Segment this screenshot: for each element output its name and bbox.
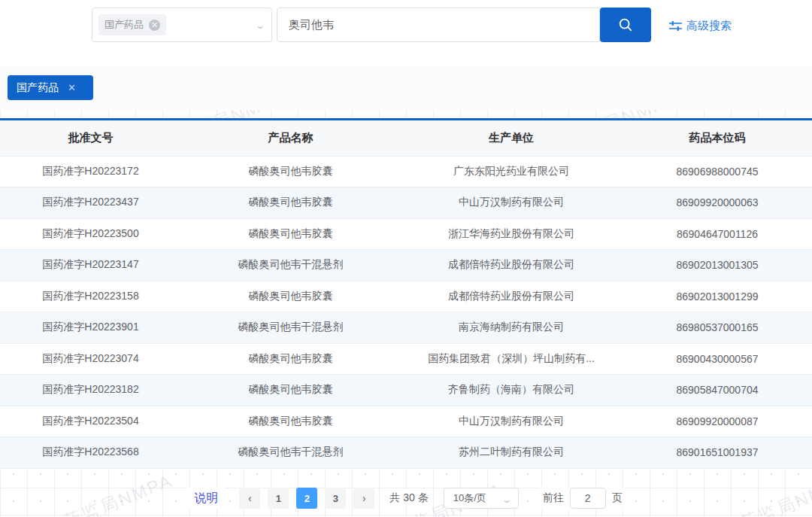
table-cell: 中山万汉制药有限公司: [400, 406, 623, 437]
table-cell: 南京海纳制药有限公司: [400, 312, 623, 344]
table-cell: 磷酸奥司他韦干混悬剂: [181, 312, 400, 344]
table-cell: 国药准字H20223500: [0, 218, 181, 250]
search-input[interactable]: [277, 8, 600, 42]
table-cell: 齐鲁制药（海南）有限公司: [400, 375, 623, 406]
table-cell: 86904647001126: [623, 218, 812, 250]
results-table: 批准文号 产品名称 生产单位 药品本位码 国药准字H20223172磷酸奥司他韦…: [0, 120, 812, 469]
table-cell: 磷酸奥司他韦干混悬剂: [181, 437, 400, 469]
table-row[interactable]: 国药准字H20223074磷酸奥司他韦胶囊国药集团致君（深圳）坪山制药有...8…: [0, 343, 812, 375]
table-cell: 86900430000567: [623, 343, 812, 375]
table-header-row: 批准文号 产品名称 生产单位 药品本位码: [0, 120, 812, 156]
filter-sliders-icon: [669, 20, 682, 32]
table-cell: 国药准字H20223158: [0, 281, 181, 312]
table-row[interactable]: 国药准字H20223568磷酸奥司他韦干混悬剂苏州二叶制药有限公司8690165…: [0, 437, 812, 469]
table-cell: 国药准字H20223147: [0, 250, 181, 281]
active-filter-tag[interactable]: 国产药品 ✕: [8, 75, 93, 100]
page-button-active[interactable]: 2: [296, 488, 317, 509]
table-cell: 中山万汉制药有限公司: [400, 187, 623, 219]
total-count-text: 共 30 条: [388, 489, 429, 507]
table-row[interactable]: 国药准字H20223500磷酸奥司他韦胶囊浙江华海药业股份有限公司8690464…: [0, 218, 812, 250]
table-cell: 磷酸奥司他韦干混悬剂: [181, 250, 400, 281]
table-cell: 磷酸奥司他韦胶囊: [181, 375, 400, 406]
table-cell: 国药准字H20223182: [0, 375, 181, 406]
table-cell: 浙江华海药业股份有限公司: [400, 218, 623, 250]
table-cell: 磷酸奥司他韦胶囊: [181, 343, 400, 375]
table-cell: 国药准字H20223568: [0, 437, 181, 469]
selected-category-label: 国产药品: [105, 18, 144, 32]
table-row[interactable]: 国药准字H20223158磷酸奥司他韦胶囊成都倍特药业股份有限公司8690201…: [0, 281, 812, 312]
page-button[interactable]: 3: [325, 488, 346, 509]
active-filters-section: 国产药品 ✕: [0, 66, 812, 110]
prev-page-button[interactable]: ‹: [239, 488, 260, 509]
table-cell: 86980537000165: [623, 312, 812, 344]
page-button[interactable]: 1: [268, 488, 289, 509]
table-cell: 磷酸奥司他韦胶囊: [181, 156, 400, 187]
table-cell: 国药准字H20223172: [0, 156, 181, 187]
search-button[interactable]: [600, 8, 651, 42]
goto-page-group: 前往 页: [540, 486, 626, 510]
page-size-select[interactable]: 10条/页 ⌄: [444, 488, 519, 509]
table-cell: 86902013001299: [623, 281, 812, 312]
category-select[interactable]: 国产药品 ✕ ⌄: [92, 8, 272, 42]
filter-tag-close-icon[interactable]: ✕: [68, 82, 76, 93]
active-filter-label: 国产药品: [17, 81, 59, 95]
table-cell: 磷酸奥司他韦胶囊: [181, 218, 400, 250]
table-cell: 86906988000745: [623, 156, 812, 187]
table-cell: 国药准字H20223504: [0, 406, 181, 437]
table-row[interactable]: 国药准字H20223182磷酸奥司他韦胶囊齐鲁制药（海南）有限公司8690584…: [0, 375, 812, 406]
pagination-bar: 说明 ‹ 123 › 共 30 条 10条/页 ⌄ 前往 页: [0, 484, 812, 512]
table-cell: 国药集团致君（深圳）坪山制药有...: [400, 343, 623, 375]
column-header-product-name: 产品名称: [181, 120, 400, 156]
table-cell: 广东东阳光药业有限公司: [400, 156, 623, 187]
note-link[interactable]: 说明: [186, 488, 226, 509]
table-row[interactable]: 国药准字H20223172磷酸奥司他韦胶囊广东东阳光药业有限公司86906988…: [0, 156, 812, 187]
table-cell: 国药准字H20223437: [0, 187, 181, 219]
table-cell: 86909920000063: [623, 187, 812, 219]
table-row[interactable]: 国药准字H20223147磷酸奥司他韦干混悬剂成都倍特药业股份有限公司86902…: [0, 250, 812, 281]
table-cell: 国药准字H20223901: [0, 312, 181, 344]
chevron-down-icon: ⌄: [255, 20, 265, 31]
chevron-down-icon: ⌄: [501, 494, 512, 505]
table-row[interactable]: 国药准字H20223437磷酸奥司他韦胶囊中山万汉制药有限公司869099200…: [0, 187, 812, 219]
column-header-drug-code: 药品本位码: [623, 120, 812, 156]
table-cell: 成都倍特药业股份有限公司: [400, 281, 623, 312]
next-page-button[interactable]: ›: [353, 488, 374, 509]
selected-category-chip: 国产药品 ✕: [98, 14, 166, 35]
table-cell: 磷酸奥司他韦胶囊: [181, 187, 400, 219]
table-cell: 86902013001305: [623, 250, 812, 281]
column-header-approval-number: 批准文号: [0, 120, 181, 156]
table-cell: 86909920000087: [623, 406, 812, 437]
table-cell: 86905847000704: [623, 375, 812, 406]
goto-suffix-label: 页: [612, 491, 623, 505]
goto-prefix-label: 前往: [543, 491, 564, 505]
chip-remove-icon[interactable]: ✕: [149, 20, 160, 31]
search-bar-section: 国产药品 ✕ ⌄ 高级搜索: [0, 0, 812, 66]
goto-page-input[interactable]: [570, 488, 606, 509]
column-header-manufacturer: 生产单位: [400, 120, 623, 156]
table-cell: 成都倍特药业股份有限公司: [400, 250, 623, 281]
table-row[interactable]: 国药准字H20223504磷酸奥司他韦胶囊中山万汉制药有限公司869099200…: [0, 406, 812, 437]
page-size-value: 10条/页: [453, 491, 486, 505]
table-cell: 磷酸奥司他韦胶囊: [181, 281, 400, 312]
table-cell: 86901651001937: [623, 437, 812, 469]
advanced-search-link[interactable]: 高级搜索: [669, 18, 732, 33]
results-table-card: 批准文号 产品名称 生产单位 药品本位码 国药准字H20223172磷酸奥司他韦…: [0, 118, 812, 469]
table-cell: 苏州二叶制药有限公司: [400, 437, 623, 469]
search-icon: [617, 17, 634, 33]
table-row[interactable]: 国药准字H20223901磷酸奥司他韦干混悬剂南京海纳制药有限公司8698053…: [0, 312, 812, 344]
table-cell: 国药准字H20223074: [0, 343, 181, 375]
table-cell: 磷酸奥司他韦胶囊: [181, 406, 400, 437]
advanced-search-label: 高级搜索: [686, 19, 732, 33]
